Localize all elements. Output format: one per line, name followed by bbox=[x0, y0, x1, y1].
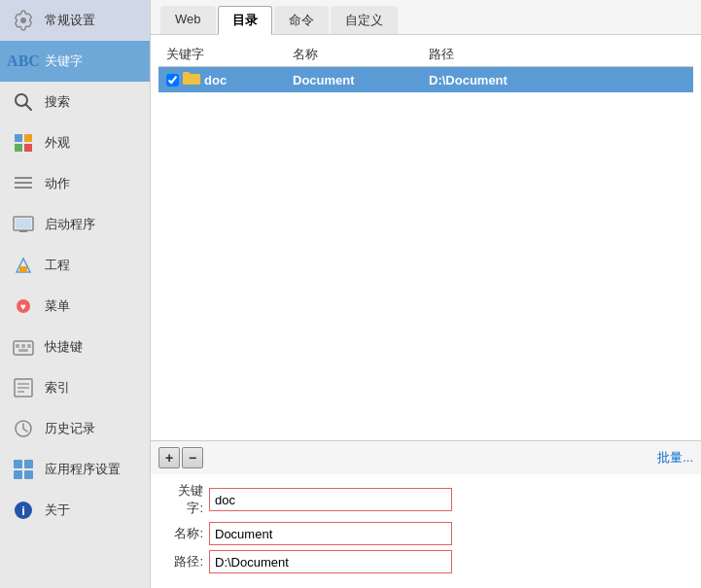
svg-rect-21 bbox=[18, 349, 28, 352]
keyword-table: 关键字 名称 路径 docDocumentD:\Document bbox=[158, 43, 693, 92]
col-header-keyword: 关键字 bbox=[158, 43, 285, 67]
search-icon bbox=[10, 88, 37, 116]
table-row[interactable]: docDocumentD:\Document bbox=[158, 67, 693, 93]
keyword-text: doc bbox=[204, 73, 227, 87]
svg-text:♥: ♥ bbox=[20, 301, 26, 312]
sidebar-item-appearance[interactable]: 外观 bbox=[0, 122, 150, 163]
path-label: 路径: bbox=[162, 553, 203, 571]
cell-name: Document bbox=[285, 67, 421, 93]
sidebar-item-hotkey[interactable]: 快捷键 bbox=[0, 327, 150, 367]
about-icon: i bbox=[10, 497, 37, 524]
keyword-label: 关键字 bbox=[45, 52, 83, 70]
project-label: 工程 bbox=[45, 257, 70, 274]
index-label: 索引 bbox=[45, 379, 70, 397]
remove-button[interactable]: − bbox=[182, 447, 203, 468]
sidebar-item-menu[interactable]: ♥菜单 bbox=[0, 286, 150, 327]
batch-link[interactable]: 批量... bbox=[657, 449, 693, 467]
sidebar-item-search[interactable]: 搜索 bbox=[0, 82, 150, 122]
menu-label: 菜单 bbox=[45, 297, 70, 315]
svg-rect-11 bbox=[16, 219, 31, 228]
tab-web[interactable]: Web bbox=[160, 6, 216, 34]
form-row-name: 名称: bbox=[162, 522, 689, 545]
path-input[interactable] bbox=[209, 550, 452, 573]
svg-rect-6 bbox=[24, 144, 32, 152]
sidebar-item-history[interactable]: 历史记录 bbox=[0, 408, 150, 449]
svg-rect-18 bbox=[16, 344, 19, 348]
appearance-label: 外观 bbox=[45, 134, 70, 152]
row-checkbox[interactable] bbox=[166, 74, 179, 86]
appearance-icon bbox=[10, 129, 37, 156]
sidebar-item-launch[interactable]: 启动程序 bbox=[0, 204, 150, 245]
svg-text:i: i bbox=[21, 503, 25, 518]
appset-icon bbox=[10, 456, 37, 483]
sidebar-item-keyword[interactable]: ABC关键字 bbox=[0, 41, 150, 82]
svg-rect-9 bbox=[15, 187, 32, 189]
keyword-label: 关键字: bbox=[162, 482, 203, 517]
search-label: 搜索 bbox=[45, 93, 70, 111]
svg-rect-30 bbox=[24, 470, 33, 479]
history-icon bbox=[10, 415, 37, 442]
svg-point-0 bbox=[20, 17, 26, 23]
svg-rect-19 bbox=[21, 344, 25, 348]
svg-rect-3 bbox=[15, 134, 22, 142]
tab-command[interactable]: 命令 bbox=[274, 6, 329, 34]
history-label: 历史记录 bbox=[45, 420, 95, 437]
bottom-toolbar: + − 批量... bbox=[151, 440, 701, 474]
tab-custom[interactable]: 自定义 bbox=[331, 6, 398, 34]
hotkey-label: 快捷键 bbox=[45, 338, 83, 356]
action-label: 动作 bbox=[45, 175, 70, 192]
form-row-keyword: 关键字: bbox=[162, 482, 689, 517]
svg-rect-12 bbox=[19, 230, 27, 232]
main-content: Web目录命令自定义 关键字 名称 路径 docDocumentD:\Docum… bbox=[151, 0, 701, 588]
cell-path: D:\Document bbox=[421, 67, 693, 93]
about-label: 关于 bbox=[45, 502, 70, 519]
col-header-path: 路径 bbox=[421, 43, 693, 67]
appset-label: 应用程序设置 bbox=[45, 461, 121, 478]
sidebar: 常规设置ABC关键字搜索外观动作启动程序工程♥菜单快捷键索引历史记录应用程序设置… bbox=[0, 0, 151, 588]
form-row-path: 路径: bbox=[162, 550, 689, 573]
name-input[interactable] bbox=[209, 522, 452, 545]
project-icon bbox=[10, 252, 37, 279]
svg-rect-5 bbox=[15, 144, 22, 152]
svg-rect-4 bbox=[24, 134, 32, 142]
action-icon bbox=[10, 170, 37, 197]
svg-rect-20 bbox=[27, 344, 31, 348]
svg-rect-29 bbox=[14, 470, 22, 479]
add-button[interactable]: + bbox=[158, 447, 180, 468]
hotkey-icon bbox=[10, 333, 37, 361]
general-icon bbox=[10, 7, 37, 34]
svg-line-2 bbox=[26, 105, 32, 111]
tab-directory[interactable]: 目录 bbox=[218, 6, 272, 35]
sidebar-item-project[interactable]: 工程 bbox=[0, 245, 150, 286]
keyword-input[interactable] bbox=[209, 488, 452, 511]
general-label: 常规设置 bbox=[45, 12, 95, 29]
add-remove-buttons: + − bbox=[158, 447, 203, 468]
svg-rect-28 bbox=[24, 460, 33, 468]
tab-bar: Web目录命令自定义 bbox=[151, 0, 701, 35]
form-area: 关键字: 名称: 路径: bbox=[151, 474, 701, 588]
launch-icon bbox=[10, 211, 37, 238]
svg-rect-14 bbox=[19, 266, 27, 272]
sidebar-item-appset[interactable]: 应用程序设置 bbox=[0, 449, 150, 490]
keyword-icon: ABC bbox=[10, 48, 37, 75]
keyword-table-area: 关键字 名称 路径 docDocumentD:\Document bbox=[151, 35, 701, 440]
sidebar-item-action[interactable]: 动作 bbox=[0, 163, 150, 204]
launch-label: 启动程序 bbox=[45, 216, 95, 233]
name-label: 名称: bbox=[162, 525, 203, 542]
col-header-name: 名称 bbox=[285, 43, 421, 67]
svg-rect-27 bbox=[14, 460, 22, 468]
menu-icon: ♥ bbox=[10, 293, 37, 320]
sidebar-item-general[interactable]: 常规设置 bbox=[0, 0, 150, 41]
svg-rect-7 bbox=[15, 177, 32, 179]
cell-keyword: doc bbox=[158, 67, 285, 93]
sidebar-item-about[interactable]: i关于 bbox=[0, 490, 150, 531]
folder-icon bbox=[183, 71, 200, 88]
index-icon bbox=[10, 374, 37, 401]
svg-rect-8 bbox=[15, 182, 32, 184]
sidebar-item-index[interactable]: 索引 bbox=[0, 367, 150, 408]
